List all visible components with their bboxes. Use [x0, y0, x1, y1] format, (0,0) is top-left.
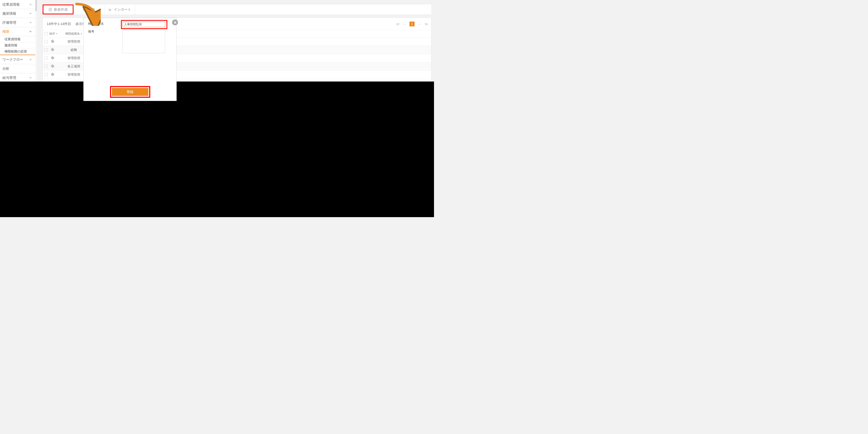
gear-icon[interactable] — [50, 39, 54, 44]
close-icon — [174, 21, 177, 24]
create-label: 新規作成 — [54, 7, 68, 12]
chevron-down-icon — [29, 76, 32, 79]
sidebar-item-employee[interactable]: 従業員情報 — [0, 0, 35, 9]
row-name: 総務 — [60, 48, 87, 52]
delete-label: 削除 — [88, 7, 95, 12]
sidebar-label: 給与管理 — [2, 75, 16, 80]
register-button[interactable]: 登録 — [112, 88, 148, 96]
sidebar-scrollbar-track — [35, 0, 37, 82]
scope-name-input[interactable] — [123, 22, 165, 27]
page-prev-icon[interactable]: ‹ — [403, 22, 407, 26]
sort-desc-icon: ▼ — [56, 32, 58, 35]
col-operation[interactable]: 操作 ▼ — [49, 32, 60, 36]
gear-icon[interactable] — [50, 72, 54, 77]
black-area — [0, 82, 434, 217]
chevron-down-icon — [29, 58, 32, 61]
sidebar-item-workflow[interactable]: ワークフロー — [0, 55, 35, 64]
import-label: インポート — [114, 7, 131, 12]
row-checkbox[interactable] — [44, 57, 48, 60]
import-button[interactable]: インポート — [104, 4, 135, 14]
sidebar-sub-label: 権限範囲の拡張 — [4, 50, 27, 54]
sidebar: 従業員情報 施策情報 評価管理 権限 従業員情報 施策情報 権限範囲の拡張 ワー… — [0, 0, 37, 82]
sidebar-sub-label: 施策情報 — [4, 43, 17, 48]
col-op-label: 操作 — [49, 32, 55, 36]
sidebar-item-payroll[interactable]: 給与管理 — [0, 73, 35, 82]
minus-circle-icon — [83, 8, 87, 11]
toolbar: 新規作成 削除 インポート — [43, 4, 431, 14]
sidebar-sub-label: 従業員情報 — [4, 37, 21, 41]
pagination: ≪ ‹ 1 › ≫ — [396, 18, 428, 30]
record-count: 14件中1-14件目 — [46, 22, 71, 26]
page-last-icon[interactable]: ≫ — [424, 22, 428, 26]
col-name-label: 権限範囲名 — [65, 32, 80, 36]
plus-circle-icon — [49, 8, 52, 11]
sidebar-item-evaluation[interactable]: 評価管理 — [0, 18, 35, 27]
chevron-down-icon — [29, 12, 32, 15]
sidebar-item-permission[interactable]: 権限 — [0, 27, 35, 36]
sidebar-item-policy[interactable]: 施策情報 — [0, 9, 35, 18]
sidebar-scrollbar-thumb[interactable] — [35, 0, 37, 11]
sort-asc-icon: ▲ — [81, 32, 83, 35]
sidebar-sub-employee[interactable]: 従業員情報 — [0, 36, 35, 42]
row-checkbox[interactable] — [44, 65, 48, 68]
page-current[interactable]: 1 — [409, 22, 414, 26]
sidebar-sub-scope[interactable]: 権限範囲の拡張 — [0, 49, 35, 55]
create-modal: 権限範囲名 備考 登録 — [83, 18, 177, 101]
row-name: 管理部用 — [60, 56, 87, 60]
import-icon — [108, 8, 112, 11]
sidebar-label: 評価管理 — [2, 20, 16, 25]
row-name: 各工場用 — [60, 64, 87, 69]
select-all-checkbox[interactable] — [44, 32, 48, 35]
sidebar-sub-policy[interactable]: 施策情報 — [0, 42, 35, 49]
gear-icon[interactable] — [50, 48, 54, 52]
chevron-down-icon — [29, 21, 32, 24]
gear-icon[interactable] — [50, 56, 54, 60]
sidebar-label: 権限 — [2, 29, 9, 34]
note-textarea[interactable] — [123, 29, 165, 53]
gear-icon[interactable] — [50, 64, 54, 68]
row-name: 管理部用 — [60, 39, 87, 44]
col-scope-name[interactable]: 権限範囲名 ▲ — [60, 32, 87, 36]
sidebar-label: 分析 — [2, 66, 9, 71]
sidebar-item-analysis[interactable]: 分析 — [0, 64, 35, 73]
page-first-icon[interactable]: ≪ — [396, 22, 400, 26]
chevron-down-icon — [29, 3, 32, 6]
sidebar-label: ワークフロー — [2, 57, 23, 62]
row-checkbox[interactable] — [44, 73, 48, 76]
page-next-icon[interactable]: › — [417, 22, 422, 26]
note-label: 備考 — [88, 29, 123, 34]
row-name: 管理部用 — [60, 72, 87, 77]
scope-name-label: 権限範囲名 — [88, 22, 123, 26]
sidebar-label: 施策情報 — [2, 11, 16, 16]
delete-button[interactable]: 削除 — [73, 4, 104, 14]
row-checkbox[interactable] — [44, 48, 48, 52]
sidebar-label: 従業員情報 — [2, 2, 20, 7]
create-button[interactable]: 新規作成 — [43, 4, 73, 14]
row-checkbox[interactable] — [44, 40, 48, 43]
chevron-up-icon — [29, 30, 32, 33]
close-button[interactable] — [172, 20, 178, 25]
